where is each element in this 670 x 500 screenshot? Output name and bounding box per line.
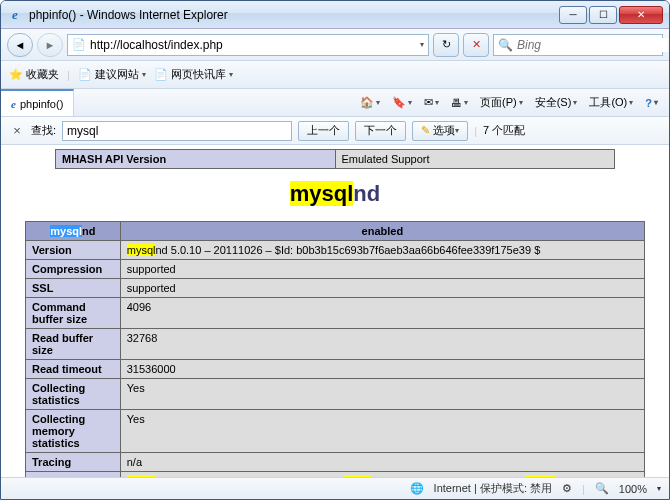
mail-button[interactable]: ✉ — [419, 94, 444, 111]
refresh-button[interactable]: ↻ — [433, 33, 459, 57]
page-menu[interactable]: 页面(P) — [475, 93, 528, 112]
favorites-button[interactable]: ⭐ 收藏夹 — [9, 67, 59, 82]
find-match-count: 7 个匹配 — [483, 123, 525, 138]
favorites-bar: ⭐ 收藏夹 | 📄 建议网站 📄 网页快讯库 — [1, 61, 669, 89]
find-close-button[interactable]: × — [9, 123, 25, 138]
th-enabled: enabled — [120, 222, 644, 241]
find-bar: × 查找: 上一个 下一个 ✎ 选项 | 7 个匹配 — [1, 117, 669, 145]
row-value: 31536000 — [120, 360, 644, 379]
zoom-icon[interactable]: 🔍 — [595, 482, 609, 495]
search-icon: 🔍 — [498, 38, 513, 52]
tab-phpinfo[interactable]: e phpinfo() — [1, 89, 74, 116]
find-label: 查找: — [31, 123, 56, 138]
row-value: n/a — [120, 453, 644, 472]
table-row: SSLsupported — [26, 279, 645, 298]
find-prev-button[interactable]: 上一个 — [298, 121, 349, 141]
highlight: mysql — [290, 181, 354, 206]
row-label: Compression — [26, 260, 121, 279]
address-bar[interactable]: 📄 ▾ — [67, 34, 429, 56]
ie-icon: e — [7, 7, 23, 23]
titlebar: e phpinfo() - Windows Internet Explorer … — [1, 1, 669, 29]
table-row: Tracingn/a — [26, 453, 645, 472]
safety-menu[interactable]: 安全(S) — [530, 93, 583, 112]
find-options-button[interactable]: ✎ 选项 — [412, 121, 468, 141]
table-header-row: mysqlnd enabled — [26, 222, 645, 241]
web-slice-gallery[interactable]: 📄 网页快讯库 — [154, 67, 233, 82]
url-dropdown-icon[interactable]: ▾ — [420, 40, 424, 49]
find-next-button[interactable]: 下一个 — [355, 121, 406, 141]
row-label: Collecting memory statistics — [26, 410, 121, 453]
row-label: Read buffer size — [26, 329, 121, 360]
table-row: Versionmysqlnd 5.0.10 – 20111026 – $Id: … — [26, 241, 645, 260]
highlight: mysql — [127, 244, 156, 256]
mhash-table: MHASH API Version Emulated Support — [55, 149, 615, 169]
minimize-button[interactable]: ─ — [559, 6, 587, 24]
suggested-sites[interactable]: 📄 建议网站 — [78, 67, 146, 82]
window-title: phpinfo() - Windows Internet Explorer — [29, 8, 559, 22]
row-label: Version — [26, 241, 121, 260]
row-value: mysqlnd 5.0.10 – 20111026 – $Id: b0b3b15… — [120, 241, 644, 260]
page-icon: 📄 — [72, 38, 86, 52]
table-row: Collecting statisticsYes — [26, 379, 645, 410]
window-buttons: ─ ☐ ✕ — [559, 6, 663, 24]
page-content: MHASH API Version Emulated Support mysql… — [1, 145, 669, 477]
row-label: Tracing — [26, 453, 121, 472]
row-label: Read timeout — [26, 360, 121, 379]
mysqlnd-table: mysqlnd enabled Versionmysqlnd 5.0.10 – … — [25, 221, 645, 477]
stop-button[interactable]: ✕ — [463, 33, 489, 57]
protected-mode-icon[interactable]: ⚙ — [562, 482, 572, 495]
current-highlight: mysql — [50, 225, 82, 237]
row-label: Collecting statistics — [26, 379, 121, 410]
table-row: Collecting memory statisticsYes — [26, 410, 645, 453]
feeds-button[interactable]: 🔖 — [387, 94, 417, 111]
find-input[interactable] — [62, 121, 292, 141]
row-label: Command buffer size — [26, 298, 121, 329]
browser-window: e phpinfo() - Windows Internet Explorer … — [0, 0, 670, 500]
tab-bar: e phpinfo() 🏠 🔖 ✉ 🖶 页面(P) 安全(S) 工具(O) ? — [1, 89, 669, 117]
zone-icon: 🌐 — [410, 482, 424, 495]
table-row: Compressionsupported — [26, 260, 645, 279]
ie-icon: e — [11, 98, 16, 110]
table-row: Read buffer size32768 — [26, 329, 645, 360]
row-label: SSL — [26, 279, 121, 298]
row-value: Yes — [120, 410, 644, 453]
table-row: MHASH API Version Emulated Support — [56, 150, 615, 169]
row-value: supported — [120, 260, 644, 279]
tools-menu[interactable]: 工具(O) — [584, 93, 638, 112]
zoom-dropdown-icon[interactable]: ▾ — [657, 484, 661, 493]
maximize-button[interactable]: ☐ — [589, 6, 617, 24]
th-name: mysqlnd — [26, 222, 121, 241]
navbar: ◄ ► 📄 ▾ ↻ ✕ 🔍 — [1, 29, 669, 61]
row-value: Yes — [120, 379, 644, 410]
print-button[interactable]: 🖶 — [446, 95, 473, 111]
mhash-value: Emulated Support — [335, 150, 615, 169]
table-row: Command buffer size4096 — [26, 298, 645, 329]
row-value: 32768 — [120, 329, 644, 360]
mhash-label: MHASH API Version — [56, 150, 336, 169]
command-bar: 🏠 🔖 ✉ 🖶 页面(P) 安全(S) 工具(O) ? — [74, 89, 669, 116]
close-button[interactable]: ✕ — [619, 6, 663, 24]
help-button[interactable]: ? — [640, 95, 663, 111]
row-value: 4096 — [120, 298, 644, 329]
home-button[interactable]: 🏠 — [355, 94, 385, 111]
table-row: Read timeout31536000 — [26, 360, 645, 379]
forward-button[interactable]: ► — [37, 33, 63, 57]
tab-label: phpinfo() — [20, 98, 63, 110]
zone-text: Internet | 保护模式: 禁用 — [434, 481, 552, 496]
status-bar: 🌐 Internet | 保护模式: 禁用 ⚙ | 🔍 100% ▾ — [1, 477, 669, 499]
back-button[interactable]: ◄ — [7, 33, 33, 57]
row-value: supported — [120, 279, 644, 298]
search-input[interactable] — [517, 38, 668, 52]
search-box[interactable]: 🔍 — [493, 34, 663, 56]
url-input[interactable] — [90, 38, 416, 52]
zoom-level: 100% — [619, 483, 647, 495]
module-heading: mysqlnd — [9, 181, 661, 207]
